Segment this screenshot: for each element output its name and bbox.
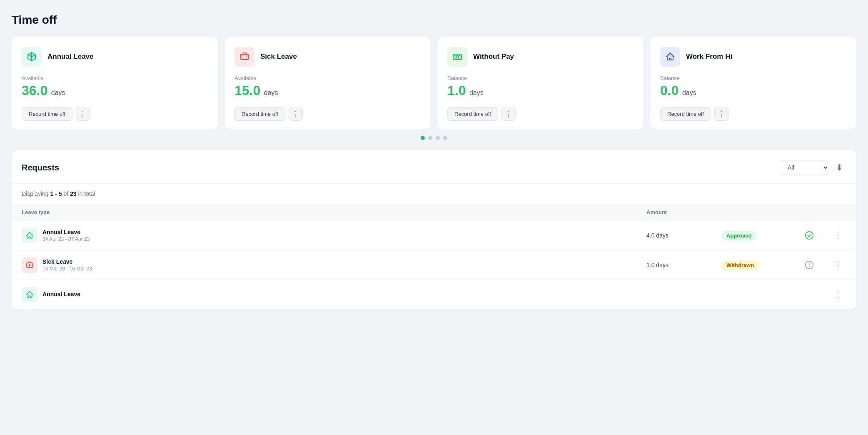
card-balance-label-work-from-home: Balance <box>660 75 846 81</box>
cards-row: Annual Leave Available 36.0 days Record … <box>12 37 856 129</box>
col-amount: Amount <box>646 209 721 215</box>
card-balance-value-without-pay: 1.0 <box>447 83 466 98</box>
card-balance-value-annual-leave: 36.0 <box>22 83 47 98</box>
work-from-home-icon <box>660 47 680 67</box>
leave-info: Sick Leave 16 Mar 23 - 16 Mar 23 <box>22 257 646 273</box>
card-header-annual-leave: Annual Leave <box>22 47 208 67</box>
sick-row-icon <box>22 257 37 273</box>
requests-header: Requests All Approved Withdrawn Pending … <box>12 150 856 184</box>
row-more-button[interactable]: ⋮ <box>830 260 846 270</box>
table-body: Annual Leave 04 Apr 23 - 07 Apr 23 4.0 d… <box>12 221 856 309</box>
card-actions-sick-leave: Record time off ⋮ <box>234 107 421 121</box>
card-balance-without-pay: Balance 1.0 days <box>447 75 634 98</box>
leave-info: Annual Leave <box>22 287 646 302</box>
requests-filter: All Approved Withdrawn Pending ⬇ <box>779 160 846 175</box>
card-sick-leave: Sick Leave Available 15.0 days Record ti… <box>224 37 431 129</box>
status-cell: Approved <box>721 231 805 240</box>
status-cell: Withdrawn <box>721 260 805 270</box>
card-balance-unit-annual-leave: days <box>51 89 65 96</box>
card-actions-annual-leave: Record time off ⋮ <box>22 107 208 121</box>
leave-name: Annual Leave <box>42 229 90 235</box>
sick-icon <box>234 47 254 67</box>
displaying-text: Displaying 1 - 5 of 23 in total <box>12 184 856 204</box>
card-title-without-pay: Without Pay <box>473 52 514 61</box>
status-badge: Approved <box>721 231 757 240</box>
table-row: Sick Leave 16 Mar 23 - 16 Mar 23 1.0 day… <box>12 250 856 280</box>
amount-text: 1.0 days <box>646 262 721 268</box>
card-title-work-from-home: Work From Hi <box>686 52 732 61</box>
row-more-button[interactable]: ⋮ <box>830 231 846 240</box>
more-options-button-without-pay[interactable]: ⋮ <box>501 107 516 121</box>
record-time-off-button-sick-leave[interactable]: Record time off <box>234 107 285 121</box>
card-balance-unit-sick-leave: days <box>264 89 278 96</box>
card-work-from-home: Work From Hi Balance 0.0 days Record tim… <box>650 37 856 129</box>
dot-3[interactable] <box>443 136 447 140</box>
without-pay-icon <box>447 47 467 67</box>
leave-name: Sick Leave <box>42 258 92 265</box>
card-title-annual-leave: Annual Leave <box>47 52 94 61</box>
leave-info: Annual Leave 04 Apr 23 - 07 Apr 23 <box>22 228 646 243</box>
svg-point-5 <box>806 232 813 239</box>
status-badge: Withdrawn <box>721 260 759 270</box>
requests-title: Requests <box>22 163 59 172</box>
more-options-button-annual-leave[interactable]: ⋮ <box>76 107 90 121</box>
more-options-button-sick-leave[interactable]: ⋮ <box>289 107 303 121</box>
card-balance-unit-work-from-home: days <box>682 89 696 96</box>
card-header-sick-leave: Sick Leave <box>234 47 421 67</box>
more-options-button-work-from-home[interactable]: ⋮ <box>714 107 728 121</box>
card-actions-without-pay: Record time off ⋮ <box>447 107 634 121</box>
table-header: Leave type Amount <box>12 204 856 221</box>
leave-name: Annual Leave <box>42 291 80 298</box>
col-status <box>721 209 805 215</box>
dot-2[interactable] <box>436 136 440 140</box>
annual-row-icon <box>22 228 37 243</box>
record-time-off-button-work-from-home[interactable]: Record time off <box>660 107 711 121</box>
card-balance-label-annual-leave: Available <box>22 75 208 81</box>
card-title-sick-leave: Sick Leave <box>260 52 297 61</box>
card-balance-value-work-from-home: 0.0 <box>660 83 678 98</box>
requests-section: Requests All Approved Withdrawn Pending … <box>12 150 856 309</box>
card-header-work-from-home: Work From Hi <box>660 47 846 67</box>
table-row: Annual Leave ⋮ <box>12 280 856 309</box>
card-annual-leave: Annual Leave Available 36.0 days Record … <box>12 37 218 129</box>
dots-indicator <box>12 136 856 140</box>
cards-wrapper: Annual Leave Available 36.0 days Record … <box>12 37 856 129</box>
status-icon-cell <box>805 260 830 270</box>
amount-text: 4.0 days <box>646 232 721 239</box>
table-row: Annual Leave 04 Apr 23 - 07 Apr 23 4.0 d… <box>12 221 856 250</box>
leave-dates: 16 Mar 23 - 16 Mar 23 <box>42 266 92 272</box>
dot-1[interactable] <box>428 136 432 140</box>
annual-row-icon <box>22 287 37 302</box>
col-icon <box>805 209 830 215</box>
leave-dates: 04 Apr 23 - 07 Apr 23 <box>42 236 90 242</box>
status-icon-cell <box>805 231 830 240</box>
card-balance-annual-leave: Available 36.0 days <box>22 75 208 98</box>
card-without-pay: Without Pay Balance 1.0 days Record time… <box>437 37 644 129</box>
col-actions <box>830 209 846 215</box>
record-time-off-button-without-pay[interactable]: Record time off <box>447 107 498 121</box>
card-header-without-pay: Without Pay <box>447 47 634 67</box>
card-actions-work-from-home: Record time off ⋮ <box>660 107 846 121</box>
card-balance-label-without-pay: Balance <box>447 75 634 81</box>
card-balance-value-sick-leave: 15.0 <box>234 83 260 98</box>
row-more-button[interactable]: ⋮ <box>830 290 846 299</box>
card-balance-label-sick-leave: Available <box>234 75 421 81</box>
card-balance-work-from-home: Balance 0.0 days <box>660 75 846 98</box>
dot-0[interactable] <box>421 136 425 140</box>
card-balance-sick-leave: Available 15.0 days <box>234 75 421 98</box>
page-title: Time off <box>12 13 856 27</box>
card-balance-unit-without-pay: days <box>469 89 484 96</box>
download-button[interactable]: ⬇ <box>833 161 846 174</box>
record-time-off-button-annual-leave[interactable]: Record time off <box>22 107 72 121</box>
annual-icon <box>22 47 42 67</box>
filter-select[interactable]: All Approved Withdrawn Pending <box>779 160 829 175</box>
svg-rect-2 <box>453 54 461 60</box>
col-leave-type: Leave type <box>22 209 646 215</box>
